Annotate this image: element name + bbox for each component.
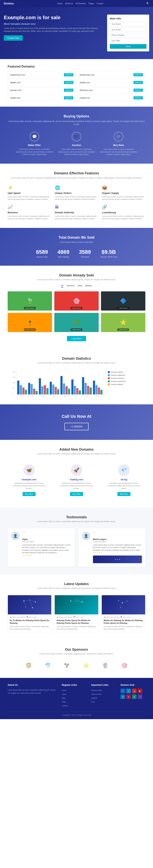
load-more-button[interactable]: Load More <box>67 336 86 341</box>
bar-group <box>93 380 103 394</box>
youtube-icon[interactable]: ▶ <box>138 689 142 693</box>
statistics-subtitle: Lorem ipsum dolor sit amet, consectetur … <box>8 362 145 364</box>
features-subtitle: Lorem ipsum dolor sit amet, consectetur … <box>8 177 145 180</box>
call-us-section: Call Us Now At +1 800000 <box>0 404 153 440</box>
legend-label-expired: Domain expired <box>111 371 123 373</box>
sponsors-subtitle: Lorem ipsum dolor sit amet, consectetur … <box>8 653 145 655</box>
bar <box>61 376 63 394</box>
send-button[interactable]: Send <box>110 44 147 49</box>
filter-domains[interactable]: Domains <box>66 284 75 287</box>
sold-card[interactable]: 🌸 Labels Name <box>54 291 99 311</box>
whatsapp-icon[interactable]: w <box>132 694 137 699</box>
hero-subtitle: Most Valuable domain ever <box>4 23 103 25</box>
legend-color-transferred <box>108 380 110 382</box>
filter-affiliate[interactable]: Affiliate <box>85 284 92 287</box>
twitter-icon[interactable]: t <box>126 689 131 693</box>
feature-item: 🔗 Luxembourg Lorem ipsum dolor sit amet,… <box>102 205 145 220</box>
bar-chart-container: JanFebMarAprMayJunJulAug <box>16 370 103 397</box>
linkedin-icon[interactable]: in <box>120 694 125 699</box>
filter-all[interactable]: All <box>61 284 63 287</box>
nav-domains[interactable]: All Domains <box>76 2 86 5</box>
copyright-text: Copyright © 2018 All Rights Reserved <box>8 714 145 716</box>
bar-group <box>82 377 91 394</box>
star-rating: ★★★★★ <box>93 552 142 554</box>
testimonial-content-0: " Jigter Web Developer Lorem ipsum dolor… <box>22 532 71 563</box>
nav-home[interactable]: Home <box>58 2 63 5</box>
features-section: Domains Effective Features Lorem ipsum d… <box>0 164 153 228</box>
footer-link-home[interactable]: Home <box>62 689 66 691</box>
testimonials-title: Testimonials <box>8 515 145 519</box>
testimonial-image: ✦ ✦ ✦ <box>93 556 142 563</box>
sold-card[interactable]: 🌿 Labels Name <box>54 313 99 332</box>
footer-link-shop[interactable]: Shop <box>62 701 66 703</box>
footer-link-contact[interactable]: Contact <box>62 705 68 707</box>
testimonial-content-1: " Martin wagon Graphic Designer Lorem ip… <box>93 532 142 563</box>
offer-field[interactable] <box>110 38 147 43</box>
bar <box>50 382 52 394</box>
domain-row[interactable]: domain.com $250.00 <box>8 87 76 93</box>
logo[interactable]: Domios. <box>4 2 14 5</box>
domain-row[interactable]: testdomain.com $250.00 <box>77 72 145 78</box>
domain-row[interactable]: labklik.com $250.00 <box>77 80 145 86</box>
sold-card[interactable]: 🔷 Labels Name <box>101 291 145 311</box>
buy-now-button-2[interactable]: Buy Now <box>117 492 130 496</box>
quote-mark: " <box>93 532 142 537</box>
facebook-icon[interactable]: f <box>120 689 125 693</box>
features-title: Domains Effective Features <box>8 171 145 175</box>
footer-regular-links: Regular Links Home About Blog Shop Conta… <box>62 684 87 708</box>
added-icon-1: 🚀 <box>71 464 82 476</box>
legend-color-deleted <box>108 383 110 385</box>
added-icon-2: 💎 <box>118 464 130 476</box>
extra-social-icon[interactable]: + <box>138 694 142 699</box>
domain-row[interactable]: media.com $250.00 <box>77 95 145 101</box>
form-title: Make offer <box>110 17 147 20</box>
bar <box>63 383 65 394</box>
domain-sold-title: Domain Already Sold <box>8 273 145 277</box>
hero-cta-button[interactable]: Contact Now <box>4 35 23 41</box>
filter-blog[interactable]: Blog <box>78 284 82 287</box>
footer-privacy[interactable]: Privacy Policy <box>91 689 102 691</box>
email-field[interactable] <box>110 27 147 32</box>
phone-field[interactable] <box>110 33 147 37</box>
legend-expired: Domain expired <box>108 371 142 373</box>
post-image-2 <box>102 595 145 614</box>
nav-contact[interactable]: Contact <box>97 2 103 5</box>
y-axis: 200 150 100 50 0 <box>11 370 16 395</box>
domain-row[interactable]: labklik.com $250.00 <box>8 80 76 86</box>
domain-row[interactable]: testdomain.com $250.00 <box>8 72 76 78</box>
legend-color-expired <box>108 371 110 373</box>
bar <box>74 386 76 394</box>
bar <box>101 390 103 394</box>
feature-item: 🏛 Domain Authority Lorem ipsum dolor sit… <box>55 205 98 220</box>
buy-now-button-0[interactable]: Buy Now <box>23 492 36 496</box>
latest-card-2: ✍ Written As Roboteg 📅 Jan 4, 2018 Writt… <box>102 595 145 632</box>
latest-grid: ✍ Written As Roboteg 📅 Jan 4, 2018 Do To… <box>8 595 145 632</box>
footer-faq[interactable]: FAQ <box>91 701 95 703</box>
stat-offer-waiting: 4869 Offer Waiting <box>58 249 69 258</box>
sold-card[interactable]: 🍃 Labels Name <box>8 291 52 311</box>
footer-terms[interactable]: Terms of Use <box>91 693 101 695</box>
nav-about[interactable]: About Us <box>65 2 73 5</box>
bar <box>66 386 68 394</box>
sold-card[interactable]: 🌻 Labels Name <box>8 313 52 332</box>
bar <box>23 388 25 394</box>
sold-card[interactable]: ⭐ Labels Name <box>101 313 145 332</box>
pinterest-icon[interactable]: p <box>126 694 131 699</box>
domain-sold-subtitle: Lorem ipsum dolor sit amet, consectetur … <box>8 279 145 281</box>
x-label: Jun <box>71 395 81 397</box>
googleplus-icon[interactable]: g <box>132 689 137 693</box>
nav-pages[interactable]: Pages <box>88 2 94 5</box>
name-field[interactable] <box>110 22 147 26</box>
search-icon[interactable]: 🔍 <box>146 2 149 5</box>
legend-color-renewed <box>108 377 110 379</box>
footer-link-about[interactable]: About <box>62 693 66 695</box>
footer-support[interactable]: Support <box>91 697 97 699</box>
domain-row[interactable]: Business.com $250.00 <box>77 87 145 93</box>
bar <box>98 388 100 394</box>
call-button[interactable]: +1 800000 <box>65 423 88 430</box>
statistics-section: Domain Statistics Lorem ipsum dolor sit … <box>0 349 153 404</box>
footer-link-blog[interactable]: Blog <box>62 697 65 699</box>
domain-row[interactable]: media.com $250.00 <box>8 95 76 101</box>
svg-line-8 <box>30 600 33 608</box>
buy-now-button-1[interactable]: Buy Now <box>70 492 83 496</box>
